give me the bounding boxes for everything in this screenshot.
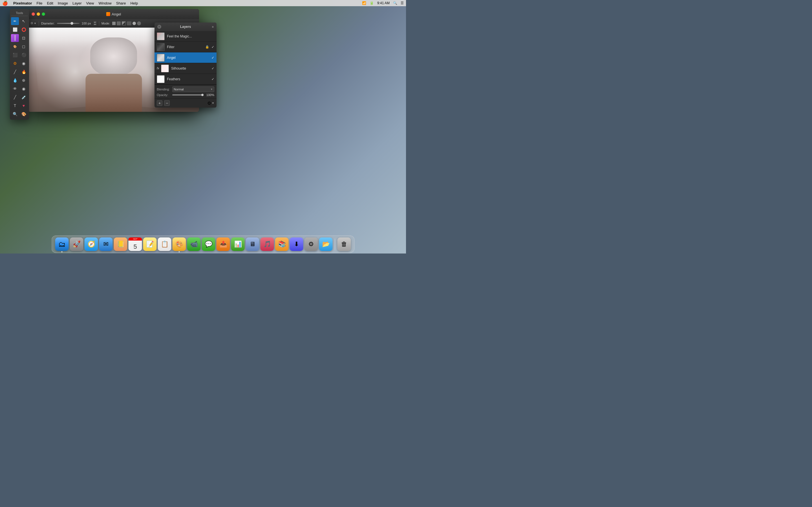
mode-icon-2[interactable] <box>117 21 121 25</box>
dock-item-messages[interactable]: 💬 <box>202 237 215 251</box>
file-menu[interactable]: File <box>35 1 44 6</box>
clone-stamp[interactable]: ⊕ <box>20 76 28 84</box>
notifications-icon[interactable]: ☰ <box>401 1 404 5</box>
dock-item-books[interactable]: 📚 <box>275 237 289 251</box>
window-title-text: Angel <box>112 12 121 16</box>
launchpad-icon: 🚀 <box>70 237 84 251</box>
mode-icon-3[interactable] <box>122 21 126 25</box>
dock-item-pixelmator[interactable]: 🎨 <box>172 237 186 251</box>
wifi-icon[interactable]: 📶 <box>362 1 366 5</box>
itunes-icon: 🎵 <box>260 237 274 251</box>
layer-lock-icon: 🔒 <box>205 45 209 49</box>
mode-icon-6[interactable] <box>137 21 141 25</box>
stepper-down[interactable]: ▼ <box>93 23 97 25</box>
dock-item-safari[interactable]: 🧭 <box>85 237 98 251</box>
smudge-tool[interactable]: ◉ <box>20 85 28 93</box>
color-picker-alt[interactable]: 💉 <box>20 93 28 101</box>
dock-item-appstore[interactable]: ⬇ <box>290 237 303 251</box>
paint-brush-tool[interactable]: ┃ <box>11 34 19 42</box>
dock-item-migration[interactable]: 🖥 <box>246 237 259 251</box>
menubar: 🍎 Pixelmator File Edit Image Layer View … <box>0 0 406 6</box>
minimize-button[interactable] <box>37 12 40 16</box>
gradient-tool[interactable]: ⚫ <box>20 51 28 59</box>
close-button[interactable] <box>32 12 35 16</box>
yellow-circle[interactable]: ⚙ <box>11 59 19 67</box>
menu-items: Pixelmator File Edit Image Layer View Wi… <box>11 1 140 6</box>
layer-name-silhouette: Silhouette <box>171 66 210 70</box>
line-tool[interactable]: ╱ <box>11 68 19 76</box>
stamp-tool[interactable]: 🎨 <box>11 43 19 50</box>
dock-item-notes[interactable]: 📝 <box>143 237 157 251</box>
dock-item-airdrop[interactable]: 📂 <box>319 237 333 251</box>
ellipse-select-tool[interactable]: ⭕ <box>20 25 28 34</box>
dock-item-launchpad[interactable]: 🚀 <box>70 237 84 251</box>
dock-item-trash[interactable]: 🗑 <box>338 237 351 251</box>
edit-menu[interactable]: Edit <box>45 1 55 6</box>
mode-icon-4[interactable] <box>127 21 132 25</box>
layers-close-button[interactable]: ✕ <box>157 25 161 29</box>
view-menu[interactable]: View <box>84 1 96 6</box>
line-draw-tool[interactable]: ╱ <box>11 93 19 101</box>
dock-item-sysprefs[interactable]: ⚙ <box>305 237 318 251</box>
diameter-stepper[interactable]: ▲ ▼ <box>93 21 97 25</box>
dock-item-calendar[interactable]: SEP 5 <box>129 237 142 251</box>
layer-settings-button[interactable]: ⚙ ▼ <box>207 101 214 106</box>
add-layer-button[interactable]: + <box>157 100 162 106</box>
mode-icon-1[interactable] <box>112 22 116 25</box>
spotlight-icon[interactable]: 🔍 <box>393 1 397 5</box>
layers-list-button[interactable]: ≡ <box>212 25 214 29</box>
eyedropper-tool[interactable]: 🎨 <box>20 110 28 118</box>
diameter-slider[interactable] <box>57 23 80 24</box>
layer-thumbnail-filter <box>157 43 165 51</box>
dock-item-mail[interactable]: ✉ <box>99 237 113 251</box>
toolbar-settings-button[interactable]: ⚙ ▼ <box>31 21 36 25</box>
diameter-label: Diameter: <box>41 22 55 25</box>
gear-dropdown-icon: ▼ <box>212 102 214 105</box>
layer-thumbnail-angel <box>157 54 165 62</box>
pen-tool[interactable]: ✒ <box>11 17 19 25</box>
dock-item-numbers[interactable]: 📊 <box>231 237 245 251</box>
text-tool[interactable]: T <box>11 102 19 110</box>
zoom-tool[interactable]: 🔍 <box>11 110 19 118</box>
layer-item[interactable]: Feel the Magic... <box>154 31 216 42</box>
heart-shape-tool[interactable]: ♥ <box>20 102 28 110</box>
dock-item-contacts[interactable]: 📒 <box>114 237 128 251</box>
selection-arrow[interactable]: ↖ <box>20 17 28 25</box>
apple-menu[interactable]: 🍎 <box>2 1 8 6</box>
window-menu[interactable]: Window <box>96 1 113 6</box>
layer-menu[interactable]: Layer <box>70 1 84 6</box>
dock-item-itunes[interactable]: 🎵 <box>260 237 274 251</box>
opacity-slider[interactable] <box>172 94 204 96</box>
layer-item-filter[interactable]: Filter 🔒 ✓ <box>154 42 216 52</box>
crop-tool[interactable]: ⊡ <box>20 34 28 42</box>
sponge-tool[interactable]: ◉ <box>20 59 28 67</box>
paint-bucket-tool[interactable]: ⬛ <box>11 51 19 59</box>
image-menu[interactable]: Image <box>56 1 70 6</box>
dock-item-file-transfer[interactable]: 📤 <box>216 237 230 251</box>
fx-badge: fx <box>157 67 159 70</box>
mode-icon-5[interactable] <box>133 22 136 25</box>
app-name[interactable]: Pixelmator <box>11 1 34 6</box>
settings-icon: ⚙ <box>31 21 33 25</box>
maximize-button[interactable] <box>42 12 45 16</box>
layer-item-angel[interactable]: Angel ✓ <box>154 52 216 63</box>
help-menu[interactable]: Help <box>128 1 140 6</box>
dock-item-reminders[interactable]: 📋 <box>158 237 171 251</box>
window-controls <box>32 12 45 16</box>
delete-layer-button[interactable]: − <box>164 100 170 106</box>
layers-panel: ✕ Layers ≡ Feel the Magic... Filter 🔒 ✓ … <box>154 22 216 108</box>
burn-tool[interactable]: 🔥 <box>20 68 28 76</box>
finder-icon: 🗂 <box>55 237 69 251</box>
rect-select-tool[interactable]: ⬜ <box>11 25 19 34</box>
layer-name-angel: Angel <box>167 56 210 60</box>
share-menu[interactable]: Share <box>114 1 128 6</box>
layer-item-silhouette[interactable]: fx Silhouette ✓ <box>154 63 216 74</box>
dodge-tool[interactable]: 👁 <box>11 85 19 93</box>
dock-item-facetime[interactable]: 📹 <box>187 237 201 251</box>
layer-item-feathers[interactable]: Feathers ✓ <box>154 74 216 84</box>
stepper-up[interactable]: ▲ <box>93 21 97 23</box>
eraser-tool[interactable]: ◻ <box>20 43 28 50</box>
dock-item-finder[interactable]: 🗂 <box>55 237 69 251</box>
heal-tool[interactable]: 💧 <box>11 76 19 84</box>
blending-dropdown[interactable]: Normal ▼ <box>172 87 214 92</box>
